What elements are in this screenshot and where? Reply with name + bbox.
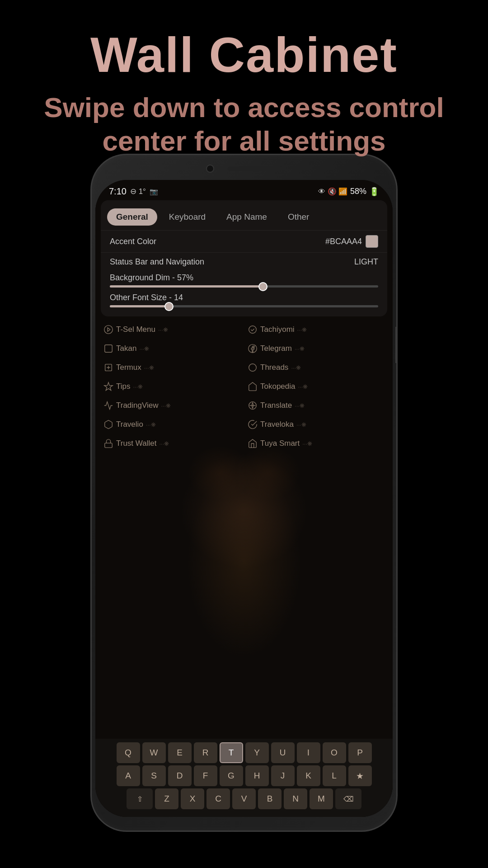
color-swatch[interactable] [366,235,378,248]
status-bar-label: Status Bar and Navigation [110,257,204,267]
phone-outer: 7:10 ⊖ 1° 📷 👁 🔇 📶 58% 🔋 G [90,154,398,832]
app-icon [248,382,258,392]
key-a[interactable]: A [117,765,140,786]
list-item[interactable]: Travelio ···❋ [100,415,244,434]
svg-point-0 [249,326,257,334]
app-icon [248,439,258,448]
list-item[interactable]: Telegram ···❋ [244,339,388,358]
side-button [395,327,398,363]
list-item[interactable]: Takan ···❋ [100,339,244,358]
app-icon [103,363,113,373]
key-r[interactable]: R [194,742,217,763]
key-d[interactable]: D [168,765,192,786]
app-icon [248,325,258,335]
screen-content: 7:10 ⊖ 1° 📷 👁 🔇 📶 58% 🔋 G [95,180,393,817]
status-bar-value[interactable]: LIGHT [354,257,378,267]
tab-app-name[interactable]: App Name [217,208,276,226]
list-item[interactable]: TradingView ···❋ [100,396,244,415]
key-u[interactable]: U [271,742,295,763]
key-f[interactable]: F [194,765,217,786]
key-w[interactable]: W [142,742,166,763]
key-e[interactable]: E [168,742,192,763]
key-t[interactable]: T [220,742,243,763]
key-g[interactable]: G [220,765,243,786]
phone-screen: 7:10 ⊖ 1° 📷 👁 🔇 📶 58% 🔋 G [95,180,393,817]
app-icon [103,401,113,410]
status-bar: 7:10 ⊖ 1° 📷 👁 🔇 📶 58% 🔋 [95,180,393,200]
keyboard-row-1: Q W E R T Y U I O P [97,742,391,763]
accent-color-row: Accent Color #BCAAA4 [101,230,387,252]
bg-dim-fill [110,285,263,288]
bg-dim-slider-container: Background Dim - 57% [101,271,387,291]
key-l[interactable]: L [323,765,346,786]
key-m[interactable]: M [310,788,333,809]
key-h[interactable]: H [245,765,269,786]
battery-icon: 🔋 [369,187,379,197]
list-item[interactable]: Traveloka ···❋ [244,415,388,434]
svg-point-3 [249,364,257,372]
font-size-thumb[interactable] [164,302,174,311]
key-p[interactable]: P [348,742,372,763]
header-section: Wall Cabinet Swipe down to access contro… [0,0,488,172]
list-item[interactable]: Translate ···❋ [244,396,388,415]
status-battery: 58% [350,187,366,196]
tab-keyboard[interactable]: Keyboard [160,208,215,226]
key-y[interactable]: Y [245,742,269,763]
key-o[interactable]: O [323,742,346,763]
app-icon [103,344,113,354]
app-icon [103,420,113,429]
font-size-track[interactable] [110,305,378,307]
status-extra: 📷 [150,188,158,196]
accent-color-label: Accent Color [110,237,156,246]
app-icon [248,363,258,373]
key-backspace[interactable]: ⌫ [335,788,361,809]
bg-dim-label: Background Dim - 57% [110,273,378,283]
app-icon [248,420,258,429]
tabs-row: General Keyboard App Name Other [101,206,387,230]
key-z[interactable]: Z [155,788,178,809]
status-indicators: ⊖ 1° [130,187,146,196]
key-x[interactable]: X [181,788,204,809]
key-c[interactable]: C [206,788,230,809]
font-size-fill [110,305,169,307]
list-item[interactable]: Termux ···❋ [100,358,244,377]
status-bar-row: Status Bar and Navigation LIGHT [101,252,387,271]
tab-general[interactable]: General [107,208,157,226]
key-q[interactable]: Q [117,742,140,763]
keyboard-area: Q W E R T Y U I O P A S [95,739,393,817]
key-v[interactable]: V [232,788,256,809]
phone-mockup: 7:10 ⊖ 1° 📷 👁 🔇 📶 58% 🔋 G [90,154,398,832]
settings-panel: General Keyboard App Name Other [101,200,387,316]
list-item[interactable]: Tips ···❋ [100,377,244,396]
key-k[interactable]: K [297,765,320,786]
status-time: 7:10 [109,186,127,197]
tab-other[interactable]: Other [279,208,319,226]
bg-dim-thumb[interactable] [258,282,267,291]
key-star[interactable]: ★ [348,765,372,786]
font-size-label: Other Font Size - 14 [110,293,378,302]
list-item[interactable]: T-Sel Menu ···❋ [100,320,244,339]
list-item[interactable]: Threads ···❋ [244,358,388,377]
status-icons: 👁 🔇 📶 [318,187,347,196]
key-s[interactable]: S [142,765,166,786]
list-item[interactable]: Trust Wallet ···❋ [100,434,244,453]
accent-color-value[interactable]: #BCAAA4 [325,235,378,248]
font-size-slider-container: Other Font Size - 14 [101,291,387,311]
app-icon [103,325,113,335]
key-j[interactable]: J [271,765,295,786]
key-b[interactable]: B [258,788,282,809]
app-icon [103,382,113,392]
key-i[interactable]: I [297,742,320,763]
list-item[interactable]: Tokopedia ···❋ [244,377,388,396]
key-shift[interactable]: ⇧ [127,788,153,809]
svg-rect-5 [105,443,113,448]
subtitle: Swipe down to access control center for … [18,91,470,158]
keyboard-row-2: A S D F G H J K L ★ [97,765,391,786]
status-left: 7:10 ⊖ 1° 📷 [109,186,158,197]
app-grid: T-Sel Menu ···❋ Tachiyomi ···❋ Takan ···… [95,320,393,453]
bg-dim-track[interactable] [110,285,378,288]
list-item[interactable]: Tuya Smart ···❋ [244,434,388,453]
svg-rect-1 [105,345,113,353]
key-n[interactable]: N [284,788,307,809]
list-item[interactable]: Tachiyomi ···❋ [244,320,388,339]
